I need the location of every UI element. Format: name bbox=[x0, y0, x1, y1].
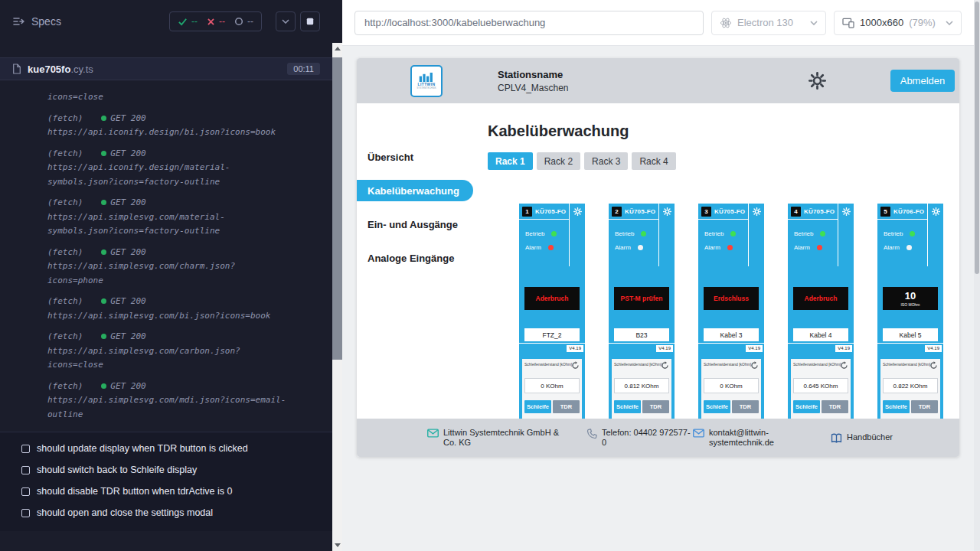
log-entry[interactable]: (fetch)GET 200 https://api.simplesvg.com… bbox=[47, 246, 332, 289]
device-model: KÜ705-FO bbox=[804, 208, 835, 215]
device-settings-button[interactable] bbox=[748, 204, 764, 266]
footer-email: kontakt@littwin-systemtechnik.de bbox=[693, 428, 779, 448]
chevron-down-icon bbox=[946, 21, 953, 25]
log-entry[interactable]: (fetch)GET 200 https://api.simplesvg.com… bbox=[47, 330, 332, 373]
tdr-button[interactable]: TDR bbox=[911, 400, 938, 413]
device-settings-button[interactable] bbox=[658, 204, 675, 266]
tab-rack-3[interactable]: Rack 3 bbox=[584, 152, 628, 170]
footer-phone: Telefon: 04402 972577-0 bbox=[586, 428, 692, 448]
http-status: GET 200 bbox=[110, 148, 145, 158]
refresh-button[interactable] bbox=[750, 361, 759, 370]
test-icon bbox=[21, 445, 30, 453]
window-scrollbar bbox=[974, 0, 980, 551]
gear-icon bbox=[842, 207, 851, 216]
refresh-button[interactable] bbox=[571, 361, 580, 370]
phone-number: Telefon: 04402 972577-0 bbox=[602, 428, 692, 448]
card-header: 4 KÜ705-FO bbox=[788, 204, 838, 220]
url-input[interactable]: http://localhost:3000/kabelueberwachung bbox=[354, 11, 704, 35]
scroll-down-arrow[interactable] bbox=[332, 540, 342, 551]
betrieb-led bbox=[820, 231, 825, 236]
email-address: kontakt@littwin-systemtechnik.de bbox=[709, 428, 779, 448]
refresh-button[interactable] bbox=[929, 361, 938, 370]
sidebar-item-analoge-eingaenge[interactable]: Analoge Eingänge bbox=[357, 247, 473, 269]
log-entry[interactable]: (fetch)GET 200 https://api.simplesvg.com… bbox=[47, 380, 332, 422]
tdr-button[interactable]: TDR bbox=[822, 400, 848, 413]
betrieb-led bbox=[910, 231, 915, 236]
spec-extension: .cy.ts bbox=[70, 64, 93, 75]
cable-name: Kabel 5 bbox=[883, 328, 938, 341]
reporter-scrollbar-thumb[interactable] bbox=[332, 57, 342, 360]
fetch-label: (fetch) bbox=[47, 197, 83, 207]
test-row[interactable]: should switch back to Schleife display bbox=[0, 459, 332, 481]
tab-rack-1[interactable]: Rack 1 bbox=[488, 152, 533, 170]
log-entry[interactable]: (fetch)GET 200 https://api.simplesvg.com… bbox=[47, 295, 332, 323]
test-icon bbox=[21, 509, 30, 517]
tdr-button[interactable]: TDR bbox=[732, 400, 759, 413]
device-card-4: 4 KÜ705-FO Betrieb Alarm bbox=[788, 204, 854, 441]
spec-basename: kue705fo bbox=[28, 64, 70, 75]
test-icon bbox=[21, 466, 30, 474]
log-entry[interactable]: (fetch)GET 200 https://api.iconify.desig… bbox=[47, 147, 332, 190]
status-dot-icon bbox=[101, 334, 106, 339]
tdr-button[interactable]: TDR bbox=[642, 400, 669, 413]
test-title: should update display when TDR button is… bbox=[37, 443, 248, 454]
gear-icon bbox=[663, 207, 671, 216]
page-title: Kabelüberwachung bbox=[488, 122, 959, 140]
device-settings-button[interactable] bbox=[927, 204, 943, 266]
scroll-up-arrow[interactable] bbox=[332, 43, 342, 54]
firmware-version: V4.19 bbox=[746, 345, 763, 352]
schleife-button[interactable]: Schleife bbox=[883, 400, 910, 413]
test-row[interactable]: should disable TDR button when tdrActive… bbox=[0, 481, 332, 502]
specs-menu-icon[interactable] bbox=[12, 15, 24, 28]
log-entry[interactable]: (fetch)GET 200 https://api.iconify.desig… bbox=[47, 112, 332, 140]
schleife-button[interactable]: Schleife bbox=[704, 400, 730, 413]
device-settings-button[interactable] bbox=[569, 204, 585, 266]
tab-rack-4[interactable]: Rack 4 bbox=[632, 152, 675, 170]
card-header: 2 KÜ705-FO bbox=[609, 204, 658, 220]
schleife-button[interactable]: Schleife bbox=[524, 400, 551, 413]
schleife-button[interactable]: Schleife bbox=[793, 400, 820, 413]
browser-selector[interactable]: Electron 130 bbox=[711, 11, 826, 35]
alarm-led bbox=[817, 245, 822, 250]
device-settings-button[interactable] bbox=[838, 204, 854, 266]
fetch-label: (fetch) bbox=[47, 381, 83, 391]
http-status: GET 200 bbox=[110, 247, 145, 257]
test-row[interactable]: should update display when TDR button is… bbox=[0, 438, 332, 459]
spec-file-bar[interactable]: kue705fo.cy.ts 00:11 bbox=[0, 57, 332, 80]
schleife-button[interactable]: Schleife bbox=[614, 400, 641, 413]
viewport-selector[interactable]: 1000x660 (79%) bbox=[834, 11, 962, 35]
window-scrollbar-thumb[interactable] bbox=[975, 2, 979, 274]
log-url-line: https://api.simplesvg.com/mdi.json?icons… bbox=[47, 393, 332, 408]
main-content: Kabelüberwachung Rack 1 Rack 2 Rack 3 Ra… bbox=[473, 103, 959, 457]
alarm-led bbox=[548, 245, 554, 250]
collapse-button[interactable] bbox=[276, 11, 296, 31]
sidebar-item-uebersicht[interactable]: Übersicht bbox=[357, 146, 473, 168]
test-row[interactable]: should open and close the settings modal bbox=[0, 502, 332, 523]
betrieb-label: Betrieb bbox=[615, 230, 634, 237]
failed-count: -- bbox=[219, 16, 225, 27]
status-text: Aderbruch bbox=[534, 295, 570, 302]
log-entry[interactable]: icons=close bbox=[47, 90, 332, 105]
tdr-button[interactable]: TDR bbox=[553, 400, 580, 413]
passed-count: -- bbox=[191, 16, 198, 27]
status-display: Erdschluss bbox=[704, 287, 759, 310]
factory-icon bbox=[417, 72, 436, 82]
logout-button[interactable]: Abmelden bbox=[890, 70, 955, 92]
stop-button[interactable] bbox=[300, 11, 320, 31]
iso-value: 10 bbox=[905, 291, 916, 301]
log-entry[interactable]: (fetch)GET 200 https://api.simplesvg.com… bbox=[47, 196, 332, 239]
cypress-reporter-panel: Specs -- -- -- bbox=[0, 0, 342, 551]
sidebar-item-kabelueberwachung[interactable]: Kabelüberwachung bbox=[357, 180, 473, 201]
log-url-line: https://api.simplesvg.com/carbon.json? bbox=[47, 344, 332, 359]
betrieb-label: Betrieb bbox=[794, 230, 813, 237]
pending-stat: -- bbox=[234, 16, 253, 27]
refresh-button[interactable] bbox=[840, 361, 848, 370]
status-dot-icon bbox=[101, 151, 106, 156]
footer-manuals-link[interactable]: Handbücher bbox=[831, 432, 893, 443]
status-dot-icon bbox=[101, 200, 106, 205]
settings-button[interactable] bbox=[808, 72, 826, 90]
refresh-button[interactable] bbox=[661, 361, 669, 370]
log-url-line: https://api.simplesvg.com/bi.json?icons=… bbox=[47, 309, 332, 324]
sidebar-item-ein-und-ausgaenge[interactable]: Ein- und Ausgänge bbox=[357, 214, 473, 235]
tab-rack-2[interactable]: Rack 2 bbox=[537, 152, 580, 170]
